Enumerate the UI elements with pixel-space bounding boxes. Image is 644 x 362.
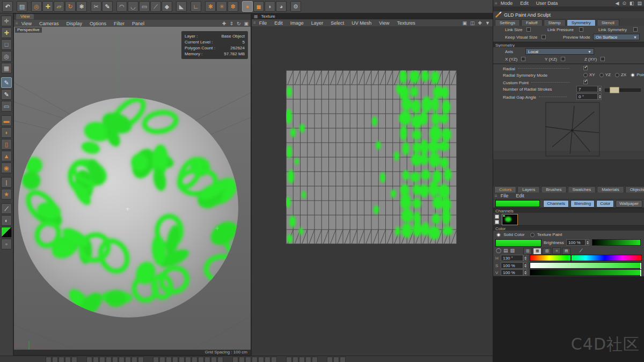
eyedropper-icon[interactable]: ⟋ <box>580 248 583 253</box>
rgb-mode-icon[interactable]: ▥ <box>523 248 532 255</box>
link-pressure-checkbox[interactable] <box>579 27 583 32</box>
roller-tool-icon[interactable]: ▯ <box>1 139 12 150</box>
texture-menu-uv-mesh[interactable]: UV Mesh <box>352 20 371 26</box>
solid-color-radio[interactable] <box>496 233 501 237</box>
inflate-tool-icon[interactable]: ▲ <box>1 151 12 161</box>
viewport-menu-cameras[interactable]: Cameras <box>39 21 59 26</box>
fill-tool-icon[interactable]: ◆ <box>162 1 172 12</box>
plane-x-checkbox[interactable] <box>521 57 525 61</box>
color-picker-icon[interactable]: ⟋ <box>1 203 12 214</box>
lock-icon[interactable]: ◧ <box>630 1 634 6</box>
material-tab-colors[interactable]: Colors <box>494 186 516 193</box>
bottom-tool-button[interactable] <box>99 357 105 362</box>
zoom-texture-icon[interactable]: ▼ <box>485 20 490 26</box>
add-point-icon[interactable]: ✚ <box>42 1 53 12</box>
bottom-tool-button[interactable] <box>265 357 270 362</box>
maximize-view-icon[interactable]: ▣ <box>244 21 248 26</box>
star-stamp-icon[interactable]: ★ <box>1 189 12 200</box>
bottom-tool-button[interactable] <box>258 357 264 362</box>
bottom-tool-button[interactable] <box>340 357 346 362</box>
bottom-tool-button[interactable] <box>185 357 191 362</box>
mask-tool-icon[interactable]: ◐ <box>1 215 12 226</box>
custom-point-checkbox[interactable] <box>583 80 588 84</box>
bottom-tool-button[interactable] <box>245 357 251 362</box>
viewport-menu-options[interactable]: Options <box>90 21 106 26</box>
texture-paint-radio[interactable] <box>530 233 535 237</box>
value-spinner[interactable] <box>523 269 527 276</box>
material-tab-swatches[interactable]: Swatches <box>568 186 596 193</box>
brush-stroke-icon[interactable]: ▨ <box>17 1 27 12</box>
material-tab-objects[interactable]: Objects <box>625 186 644 193</box>
pick-point-icon[interactable]: ◎ <box>31 1 42 12</box>
foreground-color-swatch[interactable] <box>1 227 12 238</box>
hue-slider[interactable] <box>530 255 642 261</box>
panel-grip-icon[interactable]: ≡ <box>16 21 18 26</box>
fit-image-icon[interactable]: ▣ <box>463 20 467 26</box>
panel-options-icon[interactable]: ▤ <box>637 1 642 6</box>
bottom-tool-button[interactable] <box>204 357 210 362</box>
bottom-tool-button[interactable] <box>312 357 318 362</box>
rotate-icon[interactable]: ↻ <box>65 1 76 12</box>
bottom-tool-button[interactable] <box>153 357 159 362</box>
texture-menu-select[interactable]: Select <box>331 20 344 26</box>
saturation-spinner[interactable] <box>523 262 527 269</box>
bottom-tool-button[interactable] <box>58 357 64 362</box>
radial-gap-angle-spinner[interactable] <box>598 93 602 100</box>
bottom-tool-button[interactable] <box>86 357 92 362</box>
color-wheel-icon[interactable]: ◯ <box>496 248 501 253</box>
bottom-tool-button[interactable] <box>271 357 277 362</box>
sphere-primitive-icon[interactable]: ● <box>242 1 253 12</box>
viewport-menu-filter[interactable]: Filter <box>114 21 125 26</box>
saturation-field[interactable]: 100 % <box>501 262 523 269</box>
settings-tab-stamp[interactable]: Stamp <box>544 19 566 26</box>
cone-primitive-icon[interactable]: ◗ <box>265 1 275 12</box>
bottom-tool-button[interactable] <box>252 357 258 362</box>
wallpaper-button[interactable]: Wallpaper <box>616 200 642 208</box>
bottom-tool-button[interactable] <box>172 357 178 362</box>
radial-checkbox[interactable] <box>583 66 588 70</box>
bottom-tool-button[interactable] <box>299 357 305 362</box>
preview-mode-dropdown[interactable]: On Surface▼ <box>593 34 640 40</box>
settings-tab-symmetry[interactable]: Symmetry <box>567 19 596 26</box>
kelvin-mode-icon[interactable]: ▧ <box>543 248 551 255</box>
bottom-tool-button[interactable] <box>333 357 339 362</box>
line-tool-icon[interactable]: | <box>1 177 12 188</box>
bottom-tool-button[interactable] <box>198 357 204 362</box>
sculpt-brush-icon[interactable]: ✎ <box>1 77 12 88</box>
panel-grip-icon[interactable]: ≡ <box>253 20 256 25</box>
wax-tool-icon[interactable]: ◗ <box>1 127 12 138</box>
color-image-icon[interactable]: ▨ <box>510 248 515 253</box>
bottom-tool-button[interactable] <box>52 357 58 362</box>
viewport-canvas[interactable]: + + Perspective Layer :Base Object Curre… <box>14 27 251 350</box>
wedge-tool-icon[interactable]: ◣ <box>176 1 187 12</box>
material-tab-layers[interactable]: Layers <box>517 186 540 193</box>
settings-icon[interactable]: ⚙ <box>290 1 301 12</box>
add-stroke-icon[interactable]: ✚ <box>1 27 12 38</box>
bottom-tool-button[interactable] <box>232 357 238 362</box>
tile-view-icon[interactable]: ◫ <box>470 20 475 26</box>
hue-field[interactable]: 130 ° <box>501 255 523 261</box>
saturation-slider[interactable] <box>530 262 642 269</box>
viewport-tab[interactable]: View <box>16 14 34 19</box>
spline-tool-icon[interactable]: ∟ <box>191 1 201 12</box>
magnet-tool-icon[interactable]: ✱ <box>205 1 216 12</box>
dolly-view-icon[interactable]: ⇕ <box>229 21 233 26</box>
texture-menu-image[interactable]: Image <box>290 20 304 26</box>
bottom-tool-button[interactable] <box>292 357 298 362</box>
channel-visible-checkbox[interactable] <box>495 215 499 219</box>
viewport-menu-view[interactable]: View <box>21 21 32 26</box>
flat-brush-icon[interactable]: ▭ <box>1 101 12 112</box>
bottom-tool-button[interactable] <box>305 357 311 362</box>
pinch-tool-icon[interactable]: ◡ <box>128 1 138 12</box>
panel-grip-icon[interactable]: ≡ <box>495 1 497 6</box>
smear-tool-icon[interactable]: ◠ <box>116 1 127 12</box>
texture-menu-edit[interactable]: Edit <box>274 20 283 26</box>
bottom-tool-button[interactable] <box>125 357 131 362</box>
link-size-checkbox[interactable] <box>526 27 531 32</box>
object-name[interactable]: GLD Paint And Sculpt <box>504 12 551 18</box>
back-arrow-icon[interactable]: ◀ <box>616 1 619 6</box>
bottom-tool-button[interactable] <box>211 357 217 362</box>
viewport-menu-display[interactable]: Display <box>67 21 83 26</box>
channel-thumbnail[interactable] <box>502 214 518 225</box>
snowflake-icon[interactable]: ❄ <box>76 1 87 12</box>
